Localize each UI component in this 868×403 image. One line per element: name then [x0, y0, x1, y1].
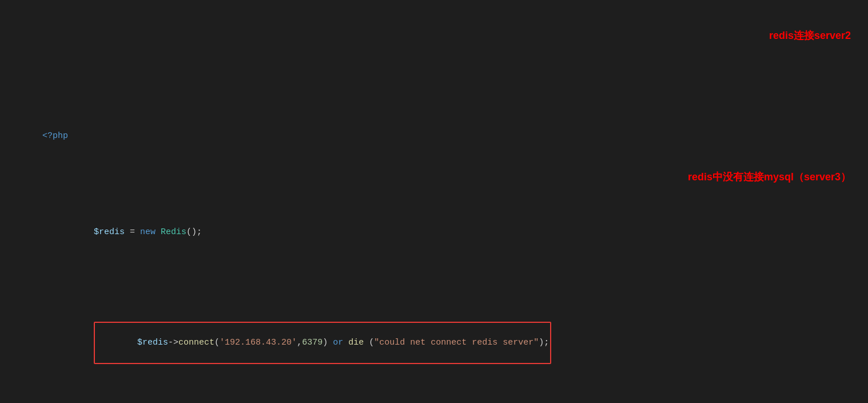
code-line-3: $redis->connect('192.168.43.20',6379) or…: [11, 308, 857, 378]
annotation-server2: redis连接server2: [769, 27, 851, 44]
code-block: redis连接server2 redis中没有连接mysql（server3） …: [0, 0, 868, 403]
annotation-server3: redis中没有连接mysql（server3）: [688, 169, 851, 185]
code-line-1: <?php: [11, 116, 857, 157]
code-line-2: $redis = new Redis();: [11, 212, 857, 253]
